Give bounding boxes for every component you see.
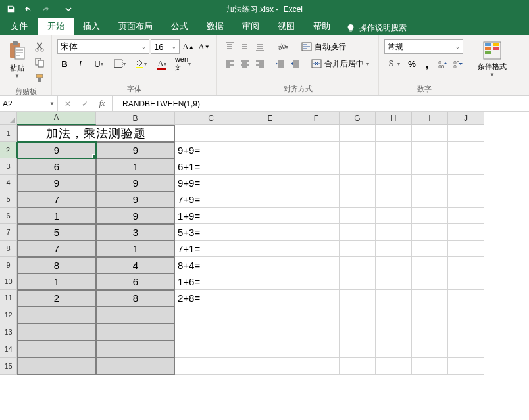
cell[interactable] bbox=[376, 175, 412, 191]
cell[interactable]: 7 bbox=[17, 241, 96, 257]
bold-button[interactable]: B bbox=[57, 57, 72, 71]
cell[interactable] bbox=[293, 191, 340, 208]
font-name-select[interactable]: 宋体⌄ bbox=[57, 39, 149, 54]
row-header-9[interactable]: 9 bbox=[0, 257, 17, 273]
orientation-button[interactable]: ab▾ bbox=[272, 39, 292, 54]
increase-font-button[interactable]: A▲ bbox=[181, 39, 195, 54]
cell[interactable] bbox=[247, 358, 293, 375]
column-header-E[interactable]: E bbox=[247, 112, 293, 125]
cell[interactable] bbox=[340, 158, 376, 175]
name-box-input[interactable] bbox=[3, 99, 42, 108]
select-all-corner[interactable] bbox=[0, 112, 17, 125]
tab-review[interactable]: 审阅 bbox=[233, 17, 268, 35]
tab-help[interactable]: 帮助 bbox=[304, 17, 340, 35]
number-format-select[interactable]: 常规⌄ bbox=[384, 39, 463, 54]
tab-data[interactable]: 数据 bbox=[197, 17, 233, 35]
cell[interactable]: 2+8= bbox=[175, 290, 247, 306]
align-top-button[interactable] bbox=[222, 39, 237, 54]
cell[interactable]: 9 bbox=[96, 175, 175, 191]
currency-button[interactable]: $▾ bbox=[384, 57, 404, 71]
cell[interactable] bbox=[448, 241, 484, 257]
cell[interactable] bbox=[412, 323, 448, 340]
cell[interactable]: 1+9= bbox=[175, 208, 247, 224]
cell[interactable] bbox=[175, 306, 247, 323]
decrease-decimal-button[interactable]: .00.0 bbox=[450, 57, 465, 71]
cell[interactable] bbox=[412, 273, 448, 290]
cell[interactable] bbox=[293, 158, 340, 175]
cell[interactable] bbox=[293, 323, 340, 340]
cell[interactable]: 9 bbox=[96, 208, 175, 224]
cell[interactable]: 6 bbox=[17, 158, 96, 175]
tab-home[interactable]: 开始 bbox=[38, 17, 74, 35]
cell[interactable] bbox=[376, 125, 412, 142]
cell[interactable] bbox=[247, 208, 293, 224]
underline-button[interactable]: U ▾ bbox=[89, 57, 109, 71]
column-header-A[interactable]: A bbox=[17, 112, 96, 125]
row-header-10[interactable]: 10 bbox=[0, 273, 17, 290]
tell-me-search[interactable]: 操作说明搜索 bbox=[340, 22, 413, 34]
phonetic-button[interactable]: wén文▾ bbox=[173, 57, 193, 71]
row-header-6[interactable]: 6 bbox=[0, 208, 17, 224]
column-header-H[interactable]: H bbox=[376, 112, 412, 125]
cell[interactable] bbox=[175, 323, 247, 340]
paste-button[interactable]: 粘贴 ▼ bbox=[4, 38, 30, 85]
wrap-text-button[interactable]: 自动换行 bbox=[297, 39, 350, 54]
cell[interactable] bbox=[293, 224, 340, 241]
cell[interactable] bbox=[412, 142, 448, 158]
increase-decimal-button[interactable]: .0.00 bbox=[435, 57, 449, 71]
insert-function-button[interactable]: fx bbox=[93, 96, 111, 111]
cell[interactable] bbox=[376, 358, 412, 375]
align-middle-button[interactable] bbox=[238, 39, 252, 54]
cell[interactable] bbox=[376, 224, 412, 241]
cell[interactable]: 9+9= bbox=[175, 175, 247, 191]
cell[interactable] bbox=[247, 142, 293, 158]
cell[interactable] bbox=[96, 358, 175, 375]
cell[interactable] bbox=[448, 290, 484, 306]
cut-button[interactable] bbox=[32, 39, 47, 54]
cell[interactable] bbox=[175, 340, 247, 358]
cell[interactable]: 9 bbox=[96, 142, 175, 158]
cell[interactable] bbox=[340, 358, 376, 375]
cell[interactable]: 5 bbox=[17, 224, 96, 241]
cell[interactable]: 1 bbox=[17, 208, 96, 224]
cell[interactable] bbox=[293, 306, 340, 323]
cell[interactable]: 4 bbox=[96, 257, 175, 273]
cell[interactable] bbox=[412, 191, 448, 208]
cell[interactable] bbox=[293, 340, 340, 358]
row-header-8[interactable]: 8 bbox=[0, 241, 17, 257]
cell[interactable] bbox=[376, 323, 412, 340]
cell[interactable] bbox=[376, 340, 412, 358]
tab-view[interactable]: 视图 bbox=[268, 17, 304, 35]
cell[interactable]: 5+3= bbox=[175, 224, 247, 241]
cell[interactable] bbox=[340, 125, 376, 142]
border-button[interactable]: ▾ bbox=[110, 57, 130, 71]
cell[interactable] bbox=[412, 175, 448, 191]
format-painter-button[interactable] bbox=[32, 71, 47, 85]
cell[interactable] bbox=[376, 257, 412, 273]
cancel-formula-button[interactable]: ✕ bbox=[59, 96, 76, 111]
cell[interactable] bbox=[448, 257, 484, 273]
cell[interactable] bbox=[247, 273, 293, 290]
cell[interactable] bbox=[247, 290, 293, 306]
cell[interactable] bbox=[293, 125, 340, 142]
cell[interactable] bbox=[448, 323, 484, 340]
cell[interactable] bbox=[412, 125, 448, 142]
cell[interactable] bbox=[448, 142, 484, 158]
cell[interactable] bbox=[448, 158, 484, 175]
row-header-13[interactable]: 13 bbox=[0, 323, 17, 340]
column-header-G[interactable]: G bbox=[340, 112, 376, 125]
cell[interactable] bbox=[448, 208, 484, 224]
cell[interactable] bbox=[412, 224, 448, 241]
cell[interactable] bbox=[340, 290, 376, 306]
cell[interactable] bbox=[412, 340, 448, 358]
cell[interactable] bbox=[376, 208, 412, 224]
cell[interactable] bbox=[412, 358, 448, 375]
row-header-1[interactable]: 1 bbox=[0, 125, 17, 142]
fill-color-button[interactable]: ▾ bbox=[131, 57, 151, 71]
cell[interactable] bbox=[247, 224, 293, 241]
save-button[interactable] bbox=[4, 2, 18, 16]
merge-center-button[interactable]: 合并后居中 ▾ bbox=[307, 57, 373, 71]
redo-button[interactable] bbox=[38, 2, 53, 16]
column-header-B[interactable]: B bbox=[96, 112, 175, 125]
cell[interactable]: 7+9= bbox=[175, 191, 247, 208]
